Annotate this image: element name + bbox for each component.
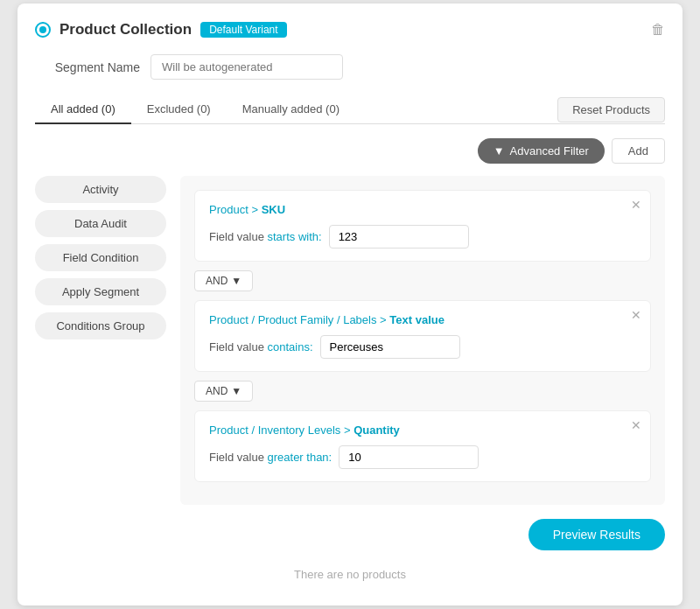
variant-badge: Default Variant xyxy=(200,22,287,38)
sidebar-item-data-audit[interactable]: Data Audit xyxy=(35,210,166,237)
filter-block-textvalue-title: Product / Product Family / Labels > Text… xyxy=(209,313,636,326)
and-button-2[interactable]: AND ▼ xyxy=(194,381,253,402)
advanced-filter-button[interactable]: ▼ Advanced Filter xyxy=(478,138,605,164)
sidebar-item-conditions-group[interactable]: Conditions Group xyxy=(35,312,166,340)
quantity-field-label: Field value greater than: xyxy=(209,451,332,464)
quantity-value-input[interactable] xyxy=(339,445,479,469)
chevron-down-icon: ▼ xyxy=(231,275,242,287)
quantity-filter-row: Field value greater than: xyxy=(209,445,636,469)
and-row-1: AND ▼ xyxy=(194,270,651,291)
tab-excluded[interactable]: Excluded (0) xyxy=(131,95,227,124)
filter-icon: ▼ xyxy=(494,144,505,158)
preview-row: Preview Results xyxy=(35,519,665,550)
sidebar-item-activity[interactable]: Activity xyxy=(35,176,166,203)
filter-toolbar: ▼ Advanced Filter Add xyxy=(35,138,665,164)
card-header: Product Collection Default Variant 🗑 xyxy=(35,21,665,38)
filter-block-quantity: ✕ Product / Inventory Levels > Quantity … xyxy=(194,410,651,482)
page-title: Product Collection xyxy=(60,21,192,38)
sidebar-item-field-condition[interactable]: Field Condition xyxy=(35,244,166,271)
sidebar-item-apply-segment[interactable]: Apply Segment xyxy=(35,278,166,305)
filter-block-sku: ✕ Product > SKU Field value starts with: xyxy=(194,190,651,262)
reset-products-button[interactable]: Reset Products xyxy=(557,97,665,122)
delete-icon[interactable]: 🗑 xyxy=(651,22,665,38)
tabs-row: All added (0) Excluded (0) Manually adde… xyxy=(35,95,665,124)
chevron-down-icon-2: ▼ xyxy=(231,385,242,397)
close-quantity-icon[interactable]: ✕ xyxy=(631,418,641,432)
card-header-left: Product Collection Default Variant xyxy=(35,21,287,38)
filter-block-textvalue: ✕ Product / Product Family / Labels > Te… xyxy=(194,300,651,372)
filter-block-quantity-title: Product / Inventory Levels > Quantity xyxy=(209,424,636,437)
tab-all-added[interactable]: All added (0) xyxy=(35,95,131,124)
close-sku-icon[interactable]: ✕ xyxy=(631,198,641,212)
textvalue-value-input[interactable] xyxy=(320,335,460,359)
sku-value-input[interactable] xyxy=(329,225,469,248)
product-collection-card: Product Collection Default Variant 🗑 Seg… xyxy=(18,4,682,606)
main-content: Activity Data Audit Field Condition Appl… xyxy=(35,176,665,505)
quantity-path: Product / Inventory Levels > Quantity xyxy=(209,424,400,437)
filter-block-sku-title: Product > SKU xyxy=(209,203,636,216)
close-textvalue-icon[interactable]: ✕ xyxy=(631,308,641,322)
advanced-filter-label: Advanced Filter xyxy=(510,144,589,158)
textvalue-path: Product / Product Family / Labels > Text… xyxy=(209,313,444,326)
tabs: All added (0) Excluded (0) Manually adde… xyxy=(35,95,355,123)
sku-path: Product > SKU xyxy=(209,203,285,216)
textvalue-filter-row: Field value contains: xyxy=(209,335,636,359)
and-button-1[interactable]: AND ▼ xyxy=(194,270,253,291)
segment-name-input[interactable] xyxy=(150,54,343,80)
segment-name-label: Segment Name xyxy=(52,60,140,74)
radio-icon xyxy=(35,22,51,38)
preview-results-button[interactable]: Preview Results xyxy=(528,519,665,550)
sku-field-label: Field value starts with: xyxy=(209,230,322,243)
textvalue-field-label: Field value contains: xyxy=(209,340,313,354)
sku-filter-row: Field value starts with: xyxy=(209,225,636,248)
and-row-2: AND ▼ xyxy=(194,381,651,402)
add-button[interactable]: Add xyxy=(612,138,665,164)
sidebar: Activity Data Audit Field Condition Appl… xyxy=(35,176,166,505)
tab-manually-added[interactable]: Manually added (0) xyxy=(227,95,355,124)
segment-name-row: Segment Name xyxy=(35,54,665,80)
no-products-message: There are no products xyxy=(35,550,665,588)
filter-panel: ✕ Product > SKU Field value starts with:… xyxy=(180,176,665,505)
